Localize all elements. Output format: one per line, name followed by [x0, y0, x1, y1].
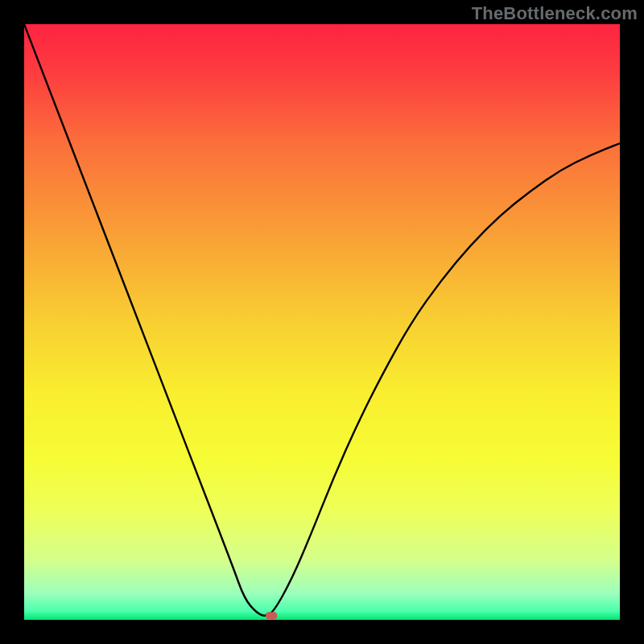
bottleneck-chart-svg — [24, 24, 620, 620]
optimal-marker — [266, 612, 277, 619]
gradient-background — [24, 24, 620, 620]
plot-area — [24, 24, 620, 620]
chart-frame: TheBottleneck.com — [0, 0, 644, 644]
watermark-text: TheBottleneck.com — [472, 3, 638, 24]
